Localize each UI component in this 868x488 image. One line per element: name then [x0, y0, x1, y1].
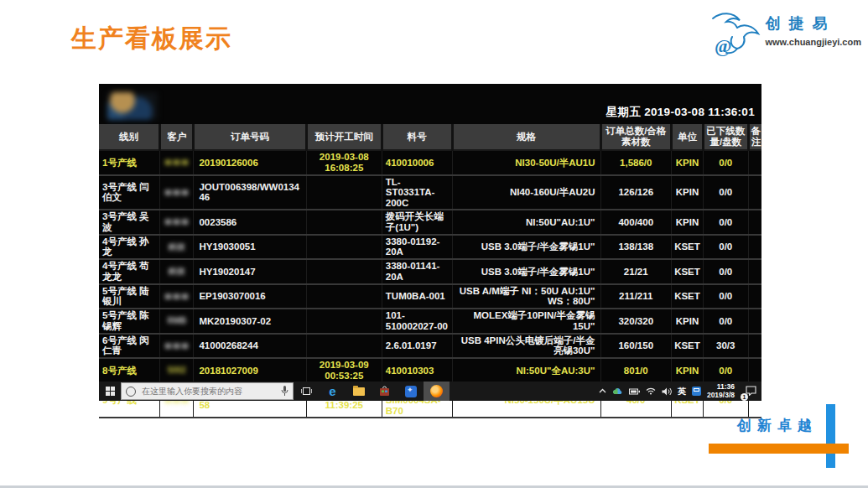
unit-cell: KSET	[672, 284, 704, 309]
app-logo-blurred	[107, 92, 158, 120]
logo-company-name: 创捷易	[765, 13, 861, 34]
cortana-icon	[126, 387, 136, 397]
start-time-cell	[306, 235, 382, 260]
start-time-cell	[306, 309, 382, 334]
order-cell: MK20190307-02	[194, 309, 306, 334]
note-cell	[748, 309, 761, 334]
part-cell: TUM0BA-001	[382, 284, 452, 309]
blurred-customer: RMB	[167, 316, 186, 327]
system-tray: 英 11:36 2019/3/8 1	[599, 383, 761, 399]
qty-cell: 211/211	[600, 284, 672, 309]
note-cell	[748, 284, 761, 309]
start-time-cell	[306, 259, 382, 284]
wifi-icon[interactable]	[646, 387, 656, 395]
customer-cell: 科技	[160, 235, 194, 260]
column-header: 料号	[382, 124, 452, 150]
qty-cell: 138/138	[600, 235, 672, 260]
column-header: 订单总数/合格素材数	[600, 124, 672, 150]
dashboard-window: 星期五 2019-03-08 11:36:01 线别客户订单号码预计开工时间料号…	[99, 84, 761, 401]
start-time-cell	[306, 284, 382, 309]
line-cell: 3号产线 闫伯文	[99, 175, 160, 210]
blue-app-button[interactable]	[398, 382, 424, 401]
order-cell: 41000268244	[194, 334, 306, 359]
taskbar-search[interactable]	[121, 382, 294, 400]
table-row: 6号产线 闵仁青〓〓〓410002682442.6.01.0197USB 4PI…	[99, 334, 761, 359]
battery-icon[interactable]	[629, 388, 640, 395]
note-cell	[748, 150, 761, 175]
clock-time: 11:36	[717, 382, 735, 391]
store-button[interactable]	[372, 382, 398, 401]
file-explorer-icon	[353, 387, 365, 396]
start-time-cell	[306, 210, 382, 235]
action-center-button[interactable]: 1	[746, 384, 756, 399]
unit-cell: KPIN	[672, 358, 704, 383]
file-explorer-button[interactable]	[346, 382, 372, 401]
column-header: 客户	[160, 124, 194, 150]
column-header: 单位	[672, 124, 704, 150]
taskbar: e	[99, 382, 761, 401]
speaker-icon[interactable]	[662, 387, 672, 396]
order-table-body: 1号产线〓〓〓201901260062019-03-08 16:08:25410…	[99, 150, 761, 418]
unit-cell: KPIN	[672, 175, 704, 210]
part-cell: 410010303	[382, 358, 452, 383]
start-time-cell	[306, 175, 382, 210]
tray-chevron-icon[interactable]	[599, 388, 606, 394]
part-cell: 3380-01141-20A	[382, 259, 452, 284]
note-cell	[748, 259, 761, 284]
note-cell	[748, 235, 761, 260]
order-cell: 20181027009	[194, 358, 306, 383]
table-header-row: 线别客户订单号码预计开工时间料号规格订单总数/合格素材数单位已下线数量/盘数备注	[99, 124, 761, 150]
store-icon	[379, 386, 390, 397]
table-row: 5号产线 陆银川〓〓〓EP1903070016TUM0BA-001USB A/M…	[99, 284, 761, 309]
customer-cell: RMB	[160, 309, 194, 334]
edge-icon: e	[329, 385, 335, 397]
note-cell	[748, 334, 761, 359]
blurred-customer: 〓〓〓	[164, 292, 190, 303]
line-cell: 5号产线 陆银川	[99, 284, 160, 309]
start-button[interactable]	[99, 382, 121, 401]
tray-ime-icon[interactable]	[692, 387, 701, 396]
line-cell: 5号产线 陈锡辉	[99, 309, 160, 334]
customer-cell: 〓〓〓	[160, 175, 194, 210]
onedrive-cloud-icon[interactable]	[612, 387, 623, 395]
column-header: 预计开工时间	[306, 124, 382, 150]
unit-cell: KSET	[672, 334, 704, 359]
spec-cell: NI40-160U/半AU2U	[452, 175, 600, 210]
offline-cell: 0/0	[703, 358, 748, 383]
part-cell: 101-510002027-00	[382, 309, 452, 334]
start-time-cell: 2019-03-09 00:53:25	[306, 358, 382, 383]
spec-cell: NI30-50U/半AU1U	[452, 150, 600, 175]
taskbar-clock[interactable]: 11:36 2019/3/8	[707, 383, 735, 399]
windows-logo-icon	[106, 387, 115, 396]
svg-text:@: @	[715, 35, 731, 56]
offline-cell: 0/0	[703, 150, 748, 175]
note-cell	[748, 210, 761, 235]
blurred-customer: 〓〓〓	[164, 341, 190, 352]
edge-button[interactable]: e	[320, 382, 346, 401]
task-view-button[interactable]	[294, 382, 320, 401]
order-cell: 20190126006	[194, 150, 306, 175]
part-cell: 410010006	[382, 150, 452, 175]
spec-cell: NI:50U"AU:1U"	[452, 210, 600, 235]
line-cell: 3号产线 吴波	[99, 210, 160, 235]
part-cell: TL-ST0331TA-200C	[382, 175, 452, 210]
firefox-button[interactable]	[424, 382, 450, 401]
column-header: 已下线数量/盘数	[703, 124, 748, 150]
line-cell: 8号产线	[99, 358, 160, 383]
motto-blue-bar	[826, 404, 835, 468]
line-cell: 4号产线 孙龙	[99, 235, 160, 260]
ime-language-indicator[interactable]: 英	[678, 386, 686, 397]
start-time-cell: 2019-03-08 16:08:25	[306, 150, 382, 175]
search-input[interactable]	[140, 386, 277, 397]
offline-cell: 0/0	[703, 175, 748, 210]
spec-cell: USB 4PIN公头电镀后端子/半金亮锡30U"	[452, 334, 600, 359]
logo-url: www.chuangjieyi.com	[765, 37, 861, 47]
blurred-customer: 〓〓〓	[164, 188, 190, 199]
firefox-icon	[430, 385, 443, 397]
customer-cell: 〓〓〓	[160, 284, 194, 309]
column-header: 规格	[452, 124, 600, 150]
line-cell: 4号产线 苟龙龙	[99, 259, 160, 284]
blue-app-icon	[405, 386, 417, 397]
customer-cell: 〓〓〓	[160, 210, 194, 235]
customer-cell: 〓〓〓	[160, 334, 194, 359]
